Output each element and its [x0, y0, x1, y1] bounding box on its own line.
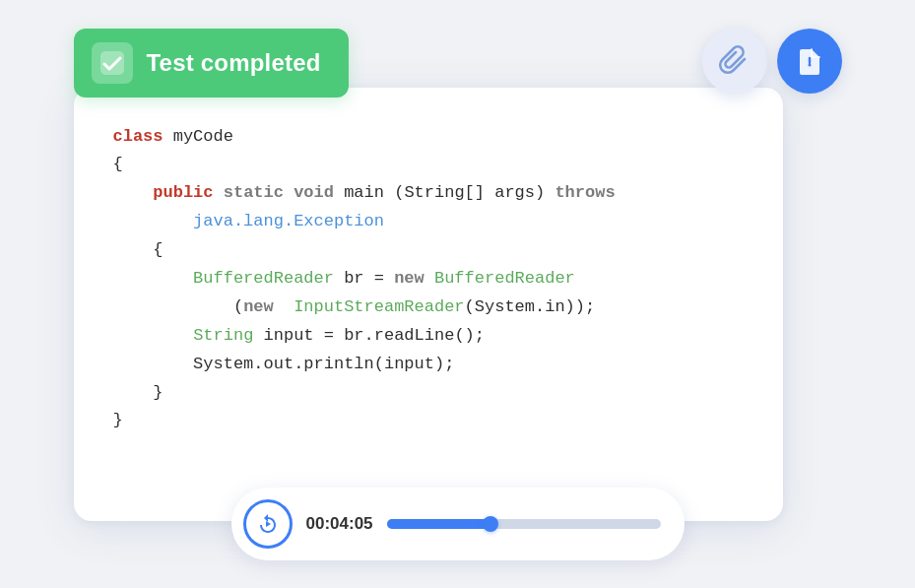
- code-card: class myCode { public static void main (…: [74, 88, 783, 521]
- svg-marker-4: [266, 521, 271, 527]
- test-completed-banner: Test completed: [74, 29, 349, 98]
- progress-fill: [387, 519, 491, 529]
- svg-point-2: [808, 63, 811, 66]
- check-icon: [100, 51, 124, 75]
- document-fab-button[interactable]: [777, 29, 842, 94]
- code-line-10: }: [113, 379, 744, 408]
- code-line-7: (new InputStreamReader(System.in));: [113, 294, 744, 322]
- main-scene: Test completed class myCode { public sta…: [74, 29, 842, 560]
- clip-fab-button[interactable]: [702, 29, 767, 94]
- code-line-9: System.out.println(input);: [113, 351, 744, 379]
- test-completed-text: Test completed: [147, 49, 321, 77]
- code-line-2: {: [113, 151, 744, 179]
- paperclip-icon: [719, 45, 751, 77]
- progress-track[interactable]: [387, 519, 661, 529]
- code-line-1: class myCode: [113, 123, 744, 152]
- code-line-11: }: [113, 407, 744, 435]
- progress-thumb: [483, 516, 498, 532]
- code-line-5: {: [113, 236, 744, 265]
- code-line-8: String input = br.readLine();: [113, 322, 744, 351]
- code-content: class myCode { public static void main (…: [113, 123, 744, 436]
- code-line-3: public static void main (String[] args) …: [113, 179, 744, 208]
- code-line-4: java.lang.Exception: [113, 208, 744, 236]
- replay-icon: [256, 512, 280, 536]
- fab-group: [702, 29, 842, 94]
- document-icon: [794, 45, 825, 77]
- check-icon-wrap: [92, 42, 133, 84]
- code-line-6: BufferedReader br = new BufferedReader: [113, 265, 744, 294]
- time-display: 00:04:05: [306, 514, 373, 534]
- replay-button[interactable]: [243, 499, 293, 549]
- media-player-bar: 00:04:05: [231, 488, 685, 560]
